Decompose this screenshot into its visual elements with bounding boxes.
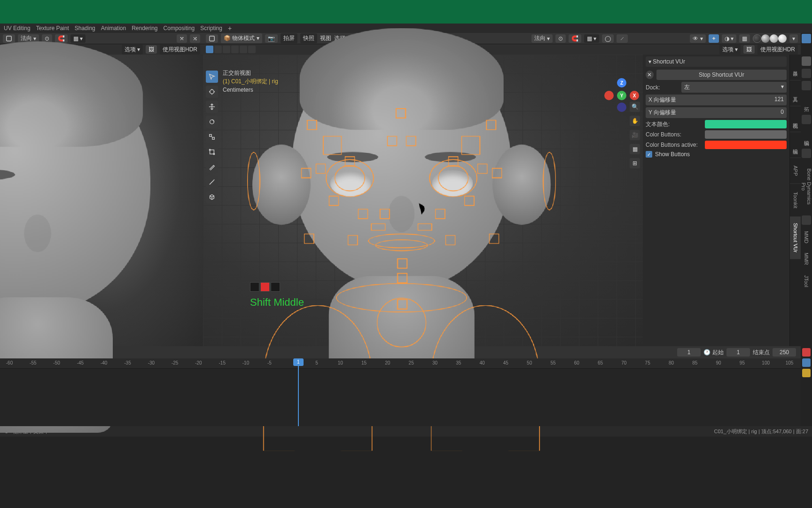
hdr-icon[interactable]: 🖼 — [743, 45, 755, 54]
tab-rendering[interactable]: Rendering — [132, 25, 157, 32]
side-tab-shortcut-vur[interactable]: Shortcut VUr — [790, 217, 801, 259]
side-tab-bone-dynamics[interactable]: Bone Dynamics Pro — [801, 161, 812, 213]
proportional-edit-icon[interactable]: ◯ — [602, 34, 614, 43]
menu-view[interactable]: 视图 — [320, 34, 331, 42]
side-tab-edit[interactable]: 编辑 — [790, 132, 801, 158]
snap-targets[interactable]: ▦ ▾ — [584, 34, 599, 43]
options-dropdown[interactable]: 选项 ▾ — [719, 45, 741, 55]
properties-view-icon[interactable] — [802, 81, 811, 90]
properties-world-icon[interactable] — [802, 149, 811, 158]
side-tab-mmr[interactable]: MMR — [801, 249, 812, 268]
tab-uv-editing[interactable]: UV Editing — [4, 25, 31, 32]
hdr-icon[interactable]: 🖼 — [146, 45, 157, 54]
current-frame-field[interactable]: 1 — [677, 348, 701, 357]
right-3d-viewport[interactable]: 正交前视图 (1) C01_小明绑定 | rig Centimeters — [203, 55, 643, 346]
snap-targets[interactable]: ▦ ▾ — [70, 34, 86, 43]
side-tab-mmd[interactable]: MMD — [801, 228, 812, 246]
xray-toggle-icon[interactable]: ▦ — [739, 34, 750, 43]
tab-texture-paint[interactable]: Texture Paint — [36, 25, 69, 32]
menu-capture[interactable]: 拍屏 — [281, 33, 297, 43]
pivot-icon[interactable]: ⊙ — [555, 34, 566, 43]
close-icon[interactable]: ✕ — [646, 71, 654, 79]
color-buttons-active-swatch[interactable] — [705, 141, 787, 149]
side-tab-app[interactable]: APP — [790, 158, 801, 184]
select-mode-3[interactable] — [223, 46, 230, 53]
clock-icon[interactable]: 🕐 — [703, 349, 710, 356]
select-mode-4[interactable] — [231, 46, 239, 53]
scale-tool[interactable] — [206, 131, 218, 143]
add-cube-tool[interactable] — [206, 191, 218, 203]
measure-tool[interactable] — [206, 176, 218, 188]
axis-z[interactable]: Z — [617, 78, 626, 87]
overlay-icon[interactable]: ◑ ▾ — [722, 34, 736, 43]
select-mode-5[interactable] — [240, 46, 247, 53]
camera-view-icon[interactable]: 🎥 — [630, 130, 640, 140]
curve-icon[interactable]: ⟋ — [617, 34, 628, 43]
select-mode-6[interactable] — [248, 46, 256, 53]
perspective-icon[interactable]: ▦ — [630, 144, 640, 154]
dock-dropdown[interactable]: 左▾ — [681, 82, 787, 93]
tab-animation[interactable]: Animation — [101, 25, 126, 32]
transform-tool[interactable] — [206, 146, 218, 158]
pan-icon[interactable]: ✋ — [630, 116, 640, 126]
select-box-tool[interactable] — [206, 71, 218, 83]
snap-icon[interactable]: 🧲 — [569, 34, 581, 43]
mode-dropdown[interactable]: 📦 物体模式 ▾ — [221, 33, 262, 43]
y-offset-slider[interactable]: Y 向偏移量0 — [646, 107, 787, 118]
material-shading-icon[interactable] — [770, 34, 778, 43]
side-tab-toonkit[interactable]: Toonkit — [790, 184, 801, 217]
menu-snapshot[interactable]: 快照 — [300, 33, 317, 43]
zoom-icon[interactable]: 🔍 — [630, 102, 640, 112]
tab-scripting[interactable]: Scripting — [200, 25, 222, 32]
marker-yellow-icon[interactable] — [802, 369, 811, 377]
text-color-swatch[interactable] — [705, 120, 787, 128]
mirror-x-icon[interactable]: ⤧ — [177, 34, 187, 43]
snap-icon[interactable]: 🧲 — [55, 34, 68, 43]
options-dropdown[interactable]: 选项 ▾ — [122, 45, 143, 55]
x-offset-slider[interactable]: X 向偏移量121 — [646, 95, 787, 105]
start-frame-field[interactable]: 1 — [726, 348, 750, 357]
tab-shading[interactable]: Shading — [75, 25, 95, 32]
properties-render-icon[interactable] — [802, 56, 811, 66]
marker-blue-icon[interactable] — [802, 358, 811, 367]
playhead[interactable] — [298, 358, 299, 426]
properties-object-icon[interactable] — [802, 215, 811, 225]
axis-neg-z[interactable] — [617, 103, 626, 112]
axis-neg-x[interactable] — [604, 91, 614, 100]
left-3d-viewport[interactable] — [0, 55, 203, 346]
properties-scene-icon[interactable] — [802, 115, 811, 124]
side-tab-extra-topo[interactable]: 拓 — [801, 93, 812, 112]
camera-icon[interactable]: 📷 — [265, 34, 278, 43]
rendered-shading-icon[interactable] — [778, 34, 787, 43]
end-frame-field[interactable]: 250 — [773, 348, 796, 357]
axis-x[interactable]: X — [630, 91, 639, 100]
editor-type-icon[interactable] — [3, 34, 15, 43]
orientation-dropdown[interactable]: 法向 ▾ — [531, 34, 553, 43]
panel-header[interactable]: ▾ Shortcut VUr — [646, 56, 787, 67]
move-tool[interactable] — [206, 101, 218, 113]
color-buttons-swatch[interactable] — [705, 130, 787, 139]
side-tab-tool[interactable]: 工具 — [790, 80, 801, 106]
solid-shading-icon[interactable] — [761, 34, 770, 43]
stop-button[interactable]: Stop Shortcut VUr — [656, 70, 787, 80]
editor-type-icon[interactable] — [206, 34, 218, 43]
hdr-toggle[interactable]: 使用视图HDR — [757, 45, 798, 55]
mirror-y-icon[interactable]: ⤨ — [190, 34, 200, 43]
add-workspace-button[interactable]: + — [228, 24, 232, 32]
side-tab-item[interactable]: 条目 — [790, 55, 801, 80]
side-tab-extra-edit[interactable]: 编辑 — [801, 127, 812, 146]
grid-icon[interactable]: ⊞ — [630, 158, 640, 168]
timeline-ruler[interactable]: -60-55-50-45-40-35-30-25-20-15-10-515101… — [0, 358, 801, 369]
shading-options-icon[interactable]: ▾ — [789, 34, 798, 43]
select-mode-1[interactable] — [206, 46, 213, 53]
properties-output-icon[interactable] — [802, 69, 811, 78]
side-tab-view[interactable]: 视图 — [790, 106, 801, 132]
gizmo-toggle-icon[interactable]: ✦ — [709, 34, 719, 43]
annotate-tool[interactable] — [206, 161, 218, 173]
axis-y[interactable]: Y — [617, 91, 626, 100]
select-mode-2[interactable] — [214, 46, 222, 53]
show-buttons-checkbox[interactable]: ✓ — [646, 151, 652, 158]
cursor-icon[interactable] — [802, 34, 811, 43]
rotate-tool[interactable] — [206, 116, 218, 128]
tab-compositing[interactable]: Compositing — [164, 25, 195, 32]
